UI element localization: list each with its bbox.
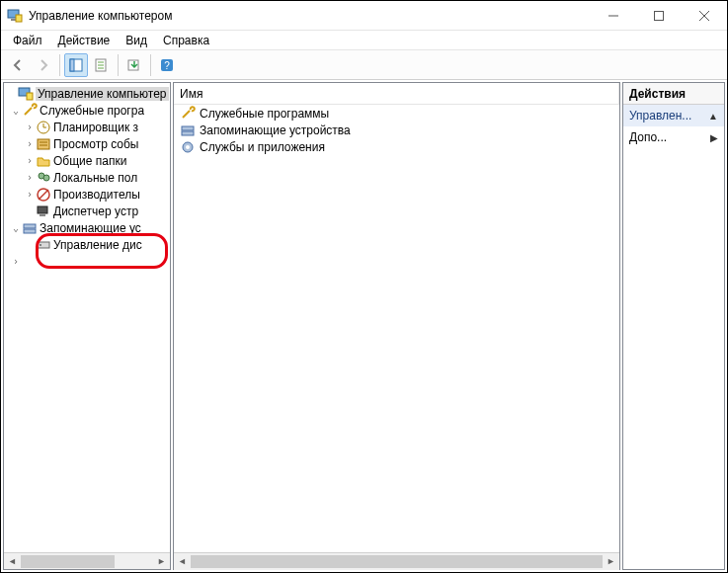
list-horizontal-scrollbar[interactable]: ◄ ►: [174, 552, 619, 569]
tree-localusers[interactable]: › Локальные пол: [4, 169, 170, 186]
disk-management-icon: [36, 237, 51, 253]
scroll-right-button[interactable]: ►: [153, 553, 170, 570]
expand-icon[interactable]: ›: [24, 189, 36, 200]
gear-icon: [180, 139, 196, 155]
tree-scheduler[interactable]: › Планировщик з: [4, 119, 170, 135]
menu-action[interactable]: Действие: [50, 32, 119, 49]
console-tree[interactable]: Управление компьютер ⌄ Служебные програ …: [4, 83, 170, 552]
tree-localusers-label: Локальные пол: [53, 171, 137, 185]
tree-root-label: Управление компьютер: [38, 87, 167, 101]
tree-scheduler-label: Планировщик з: [53, 121, 138, 134]
scroll-thumb[interactable]: [21, 555, 115, 568]
expand-icon[interactable]: ›: [10, 256, 22, 267]
expand-icon[interactable]: ›: [24, 172, 36, 183]
menu-view[interactable]: Вид: [118, 32, 155, 49]
svg-rect-34: [182, 126, 194, 130]
scroll-right-button[interactable]: ►: [603, 553, 619, 570]
storage-icon: [22, 220, 38, 236]
svg-rect-21: [38, 139, 49, 149]
toolbar-separator: [59, 54, 60, 76]
menu-file[interactable]: Файл: [5, 32, 50, 49]
expand-icon[interactable]: ›: [24, 138, 36, 149]
tree-diskmgmt[interactable]: Управление дис: [4, 236, 170, 253]
scroll-thumb[interactable]: [191, 555, 603, 568]
window-title: Управление компьютером: [29, 9, 591, 23]
actions-panel: Действия Управлен... ▲ Допо... ▶: [622, 82, 725, 570]
export-list-button[interactable]: [122, 53, 146, 77]
actions-body: Управлен... ▲ Допо... ▶: [623, 105, 724, 569]
tree-devicemgr[interactable]: Диспетчер устр: [4, 203, 170, 219]
tree-horizontal-scrollbar[interactable]: ◄ ►: [4, 552, 170, 569]
action-more-label: Допо...: [629, 130, 667, 144]
list-item-label: Службы и приложения: [200, 140, 325, 154]
action-more[interactable]: Допо... ▶: [623, 126, 724, 148]
svg-rect-30: [24, 224, 36, 228]
list-item-label: Запоминающие устройства: [200, 123, 351, 137]
tree-eventviewer[interactable]: › Просмотр собы: [4, 135, 170, 152]
svg-point-33: [40, 244, 41, 246]
close-button[interactable]: [682, 1, 727, 31]
tree-diskmgmt-label: Управление дис: [53, 238, 142, 252]
tree-performance[interactable]: › Производителы: [4, 186, 170, 203]
scroll-left-button[interactable]: ◄: [174, 553, 191, 570]
list-item-utilities[interactable]: Служебные программы: [174, 105, 619, 122]
expand-icon[interactable]: ›: [24, 155, 36, 166]
caret-right-icon: ▶: [710, 132, 718, 143]
svg-rect-29: [40, 214, 45, 216]
svg-rect-35: [182, 131, 194, 135]
toolbar-separator: [118, 54, 119, 76]
scroll-track[interactable]: [21, 553, 153, 570]
help-button[interactable]: ?: [155, 53, 179, 77]
svg-rect-32: [38, 242, 49, 248]
caret-up-icon: ▲: [708, 111, 718, 122]
tree-storage-label: Запоминающие ус: [40, 221, 141, 235]
title-bar: Управление компьютером: [1, 1, 727, 31]
tools-icon: [180, 106, 196, 122]
tree-root[interactable]: Управление компьютер: [4, 85, 170, 102]
list-header: Имя: [174, 83, 619, 105]
tree-storage[interactable]: ⌄ Запоминающие ус: [4, 219, 170, 236]
users-icon: [36, 170, 51, 186]
svg-rect-17: [27, 93, 33, 100]
scroll-left-button[interactable]: ◄: [4, 553, 21, 570]
app-icon: [7, 8, 23, 24]
list-item-label: Служебные программы: [200, 107, 329, 121]
svg-rect-1: [11, 19, 16, 21]
show-hide-tree-button[interactable]: [64, 53, 88, 77]
forward-button[interactable]: [32, 53, 55, 77]
tree-sharedfolders[interactable]: › Общие папки: [4, 152, 170, 169]
svg-point-25: [43, 175, 49, 181]
tree-sharedfolders-label: Общие папки: [53, 154, 126, 168]
collapse-icon[interactable]: ⌄: [10, 222, 22, 233]
list-panel: Имя Служебные программы Запоминающие уст…: [173, 82, 620, 570]
svg-rect-4: [655, 11, 664, 20]
minimize-button[interactable]: [591, 1, 636, 31]
expand-icon[interactable]: ›: [24, 122, 36, 132]
toolbar-separator: [150, 54, 151, 76]
svg-rect-2: [16, 15, 22, 22]
maximize-button[interactable]: [636, 1, 682, 31]
scroll-track[interactable]: [191, 553, 603, 570]
tree-utilities[interactable]: ⌄ Служебные програ: [4, 102, 170, 119]
collapse-icon[interactable]: ⌄: [10, 105, 22, 116]
toolbar: ?: [1, 50, 727, 80]
properties-button[interactable]: [90, 53, 114, 77]
back-button[interactable]: [6, 53, 30, 77]
column-name-label: Имя: [180, 87, 202, 101]
svg-rect-28: [38, 206, 47, 213]
list-item-services[interactable]: Службы и приложения: [174, 138, 619, 155]
menu-help[interactable]: Справка: [155, 32, 217, 49]
shared-folders-icon: [36, 153, 51, 169]
content-area: Управление компьютер ⌄ Служебные програ …: [1, 80, 727, 572]
tree-utilities-label: Служебные програ: [40, 104, 144, 118]
list-item-storage[interactable]: Запоминающие устройства: [174, 122, 619, 138]
tree-services[interactable]: ›: [4, 253, 170, 270]
action-main[interactable]: Управлен... ▲: [623, 105, 724, 126]
tree-eventviewer-label: Просмотр собы: [53, 137, 138, 151]
computer-management-window: Управление компьютером Файл Действие Вид…: [0, 0, 728, 573]
tree-performance-label: Производителы: [53, 188, 140, 202]
column-name[interactable]: Имя: [174, 83, 619, 104]
list-body[interactable]: Служебные программы Запоминающие устройс…: [174, 105, 619, 552]
clock-icon: [36, 120, 51, 135]
actions-header: Действия: [623, 83, 724, 105]
